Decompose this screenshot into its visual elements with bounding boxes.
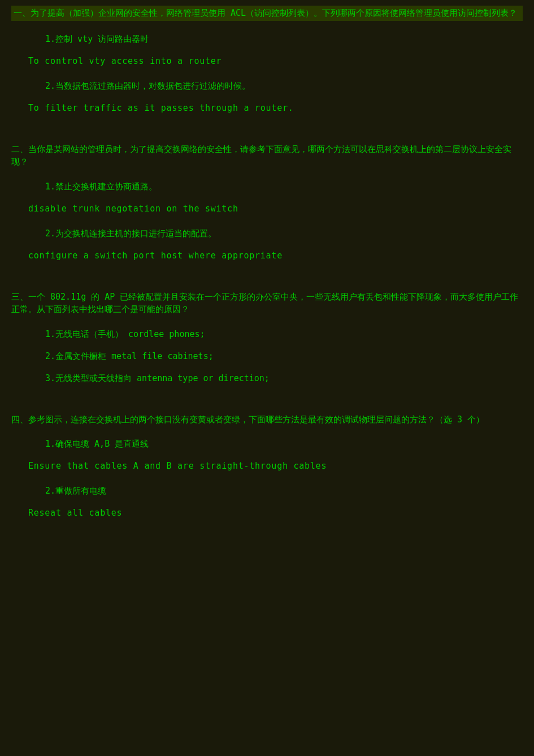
section-4-item-1-english: Ensure that cables A and B are straight-… — [28, 459, 523, 473]
section-4-item-1-chinese: 1.确保电缆 A,B 是直通线 — [45, 437, 523, 451]
section-2-item-1-english: disable trunk negotation on the switch — [28, 202, 523, 215]
section-3-item-3-chinese: 3.无线类型或天线指向 antenna type or direction; — [45, 371, 523, 385]
section-3-item-2-chinese: 2.金属文件橱柜 metal file cabinets; — [45, 349, 523, 363]
section-4-item-2-chinese: 2.重做所有电缆 — [45, 484, 523, 498]
section-2-item-2-english: configure a switch port host where appro… — [28, 249, 523, 262]
section-3-item-1-chinese: 1.无线电话（手机） cordlee phones; — [45, 327, 523, 341]
section-2: 二、当你是某网站的管理员时，为了提高交换网络的安全性，请参考下面意见，哪两个方法… — [6, 143, 528, 262]
section-2-item-1-chinese: 1.禁止交换机建立协商通路。 — [45, 180, 523, 193]
section-4-title: 四、参考图示，连接在交换机上的两个接口没有变黄或者变绿，下面哪些方法是最有效的调… — [11, 413, 523, 426]
section-1: 一、为了提高（加强）企业网的安全性，网络管理员使用 ACL（访问控制列表）。下列… — [6, 6, 528, 115]
section-1-item-1-chinese: 1.控制 vty 访问路由器时 — [45, 32, 523, 46]
section-1-item-1-english: To control vty access into a router — [28, 54, 523, 68]
section-1-item-2-chinese: 2.当数据包流过路由器时，对数据包进行过滤的时候。 — [45, 79, 523, 93]
section-1-title: 一、为了提高（加强）企业网的安全性，网络管理员使用 ACL（访问控制列表）。下列… — [11, 6, 523, 21]
section-4-item-2-english: Reseat all cables — [28, 506, 523, 520]
section-3: 三、一个 802.11g 的 AP 已经被配置并且安装在一个正方形的办公室中央，… — [6, 291, 528, 385]
section-4: 四、参考图示，连接在交换机上的两个接口没有变黄或者变绿，下面哪些方法是最有效的调… — [6, 413, 528, 520]
section-2-title: 二、当你是某网站的管理员时，为了提高交换网络的安全性，请参考下面意见，哪两个方法… — [11, 143, 523, 169]
section-3-title: 三、一个 802.11g 的 AP 已经被配置并且安装在一个正方形的办公室中央，… — [11, 291, 523, 316]
page-container: 一、为了提高（加强）企业网的安全性，网络管理员使用 ACL（访问控制列表）。下列… — [0, 6, 534, 520]
section-1-item-2-english: To filter traffic as it passes through a… — [28, 101, 523, 115]
section-2-item-2-chinese: 2.为交换机连接主机的接口进行适当的配置。 — [45, 227, 523, 240]
